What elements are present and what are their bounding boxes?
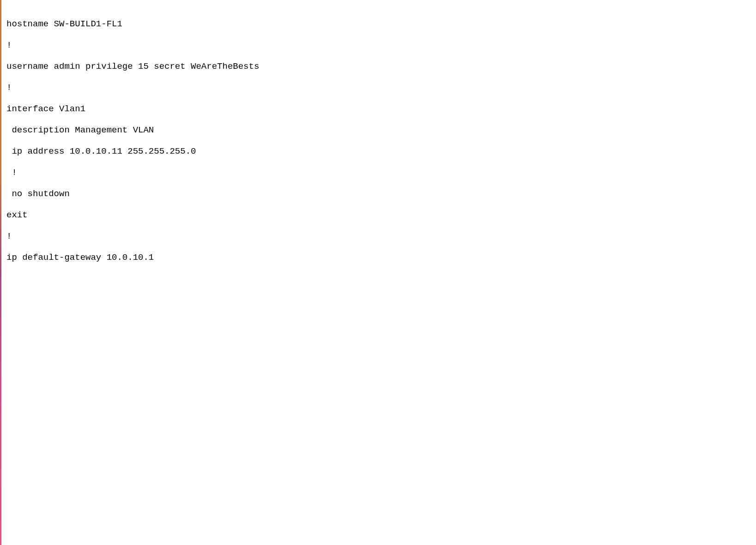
config-line: interface Vlan1 bbox=[6, 104, 259, 114]
config-line: exit bbox=[6, 210, 259, 221]
config-line: ip default-gateway 10.0.10.1 bbox=[6, 252, 259, 263]
config-line: ! bbox=[6, 231, 259, 242]
config-line: hostname SW-BUILD1-FL1 bbox=[6, 19, 259, 30]
config-line: description Management VLAN bbox=[6, 125, 259, 136]
config-line: ! bbox=[6, 40, 259, 51]
config-line: no shutdown bbox=[6, 189, 259, 199]
config-line: username admin privilege 15 secret WeAre… bbox=[6, 61, 259, 72]
config-line: ip address 10.0.10.11 255.255.255.0 bbox=[6, 146, 259, 157]
window-left-accent-border bbox=[0, 0, 1, 545]
config-line: ! bbox=[6, 168, 259, 178]
config-line: ! bbox=[6, 83, 259, 93]
config-text-area[interactable]: hostname SW-BUILD1-FL1 ! username admin … bbox=[6, 8, 259, 274]
